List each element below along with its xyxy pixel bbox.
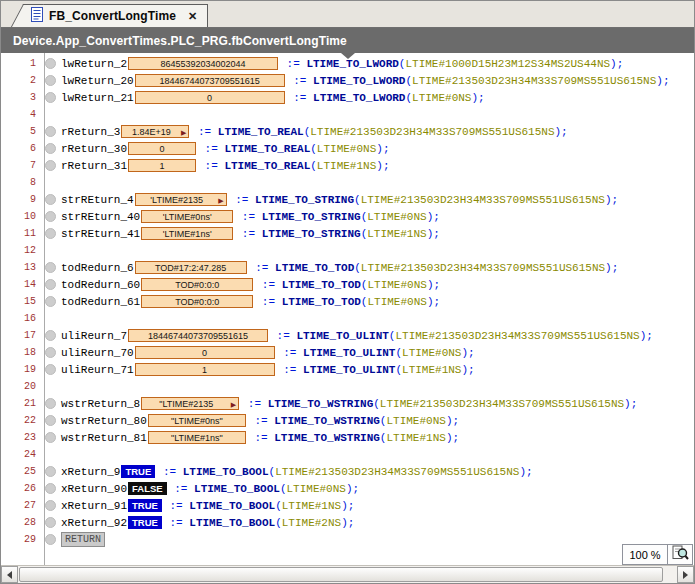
monitor-value: "LTIME#2135 bbox=[159, 399, 221, 409]
code-line[interactable]: 19uliReurn_711 := LTIME_TO_ULINT(LTIME#1… bbox=[1, 361, 694, 378]
breakpoint-margin[interactable] bbox=[40, 262, 61, 273]
breakpoint-margin[interactable] bbox=[40, 500, 61, 511]
breakpoint-margin[interactable] bbox=[40, 92, 61, 103]
function-name: LTIME_TO_LWORD bbox=[313, 92, 405, 104]
line-number: 1 bbox=[1, 58, 40, 69]
code-line[interactable]: 23wstrReturn_81"LTIME#1ns" := LTIME_TO_W… bbox=[1, 429, 694, 446]
breakpoint-margin[interactable] bbox=[40, 296, 61, 307]
breakpoint-margin[interactable] bbox=[40, 58, 61, 69]
zoom-level[interactable]: 100 % bbox=[622, 544, 668, 565]
monitor-value-box[interactable]: 'LTIME#0ns' bbox=[141, 210, 233, 223]
breakpoint-margin[interactable] bbox=[40, 415, 61, 426]
code-line[interactable]: 20 bbox=[1, 378, 694, 395]
monitor-value-box[interactable]: TOD#0:0:0 bbox=[141, 295, 253, 308]
code-line[interactable]: 3lwReturn_210 := LTIME_TO_LWORD(LTIME#0N… bbox=[1, 89, 694, 106]
breakpoint-margin[interactable] bbox=[40, 279, 61, 290]
breakpoint-margin[interactable] bbox=[40, 330, 61, 341]
code-line[interactable]: 29RETURN bbox=[1, 531, 694, 548]
monitor-value-box[interactable]: 'LTIME#1ns' bbox=[141, 227, 233, 240]
breakpoint-margin[interactable] bbox=[40, 194, 61, 205]
close-icon[interactable]: ✕ bbox=[186, 10, 199, 23]
variable-name: uliReurn_71 bbox=[61, 364, 134, 376]
code-line[interactable]: 28xReturn_92TRUE := LTIME_TO_BOOL(LTIME#… bbox=[1, 514, 694, 531]
code-line[interactable]: 15todRedurn_61TOD#0:0:0 := LTIME_TO_TOD(… bbox=[1, 293, 694, 310]
return-marker: RETURN bbox=[61, 532, 105, 547]
expand-icon[interactable]: ▶ bbox=[218, 197, 223, 204]
close-paren: ); bbox=[640, 330, 653, 342]
tab-fb-convertlongtime[interactable]: FB_ConvertLongTime ✕ bbox=[27, 4, 208, 27]
monitor-value-box[interactable]: 18446744073709551615 bbox=[135, 74, 285, 87]
monitor-value-box[interactable]: TOD#0:0:0 bbox=[141, 278, 253, 291]
monitor-value-box[interactable]: "LTIME#0ns" bbox=[148, 414, 246, 427]
variable-name: lwReturn_20 bbox=[61, 75, 134, 87]
scrollbar-thumb[interactable] bbox=[19, 567, 663, 582]
breakpoint-margin[interactable] bbox=[40, 160, 61, 171]
statement: todRedurn_6TOD#17:2:47.285 := LTIME_TO_T… bbox=[61, 261, 618, 274]
code-line[interactable]: 8 bbox=[1, 174, 694, 191]
function-name: LTIME_TO_REAL bbox=[224, 160, 310, 172]
code-line[interactable]: 26xReturn_90FALSE := LTIME_TO_BOOL(LTIME… bbox=[1, 480, 694, 497]
code-line[interactable]: 12 bbox=[1, 242, 694, 259]
close-paren: ); bbox=[427, 296, 440, 308]
expand-icon[interactable]: ▶ bbox=[181, 129, 186, 136]
breakpoint-margin[interactable] bbox=[40, 126, 61, 137]
breakpoint-margin[interactable] bbox=[40, 483, 61, 494]
code-line[interactable]: 10strREturn_40'LTIME#0ns' := LTIME_TO_ST… bbox=[1, 208, 694, 225]
breakpoint-margin[interactable] bbox=[40, 75, 61, 86]
monitor-value-box[interactable]: 18446744073709551615 bbox=[128, 329, 268, 342]
breakpoint-margin[interactable] bbox=[40, 466, 61, 477]
breakpoint-margin[interactable] bbox=[40, 517, 61, 528]
breakpoint-margin[interactable] bbox=[40, 228, 61, 239]
code-line[interactable]: 9strREturn_4'LTIME#2135▶ := LTIME_TO_STR… bbox=[1, 191, 694, 208]
monitor-value-box[interactable]: 86455392034002044 bbox=[128, 57, 278, 70]
bool-value-badge[interactable]: TRUE bbox=[128, 516, 162, 529]
monitor-value-box[interactable]: 0 bbox=[135, 91, 285, 104]
scroll-right-button[interactable] bbox=[677, 566, 694, 583]
monitor-value-box[interactable]: 0 bbox=[128, 142, 196, 155]
code-line[interactable]: 18uliReurn_700 := LTIME_TO_ULINT(LTIME#0… bbox=[1, 344, 694, 361]
monitor-value-box[interactable]: 1 bbox=[135, 363, 275, 376]
breakpoint-margin[interactable] bbox=[40, 364, 61, 375]
code-line[interactable]: 4 bbox=[1, 106, 694, 123]
bool-value-badge[interactable]: FALSE bbox=[128, 482, 167, 495]
horizontal-scrollbar[interactable] bbox=[1, 565, 694, 583]
code-line[interactable]: 6rReturn_300 := LTIME_TO_REAL(LTIME#0NS)… bbox=[1, 140, 694, 157]
code-line[interactable]: 13todRedurn_6TOD#17:2:47.285 := LTIME_TO… bbox=[1, 259, 694, 276]
code-line[interactable]: 2lwReturn_2018446744073709551615 := LTIM… bbox=[1, 72, 694, 89]
function-name: LTIME_TO_TOD bbox=[282, 296, 361, 308]
code-line[interactable]: 14todRedurn_60TOD#0:0:0 := LTIME_TO_TOD(… bbox=[1, 276, 694, 293]
code-line[interactable]: 11strREturn_41'LTIME#1ns' := LTIME_TO_ST… bbox=[1, 225, 694, 242]
breakpoint-margin[interactable] bbox=[40, 432, 61, 443]
code-line[interactable]: 22wstrReturn_80"LTIME#0ns" := LTIME_TO_W… bbox=[1, 412, 694, 429]
statement: xReturn_91TRUE := LTIME_TO_BOOL(LTIME#1N… bbox=[61, 499, 354, 512]
zoom-tool-button[interactable] bbox=[668, 544, 693, 565]
monitor-value-box[interactable]: 0 bbox=[135, 346, 275, 359]
monitor-value-box[interactable]: "LTIME#1ns" bbox=[148, 431, 246, 444]
monitor-value-box[interactable]: "LTIME#2135▶ bbox=[141, 397, 239, 410]
code-line[interactable]: 17uliReurn_718446744073709551615 := LTIM… bbox=[1, 327, 694, 344]
monitor-value-box[interactable]: 'LTIME#2135▶ bbox=[135, 193, 227, 206]
code-editor[interactable]: 1lwReturn_286455392034002044 := LTIME_TO… bbox=[1, 53, 694, 565]
scroll-left-button[interactable] bbox=[1, 566, 18, 583]
monitor-value-box[interactable]: 1.84E+19▶ bbox=[121, 125, 189, 138]
breakpoint-margin[interactable] bbox=[40, 143, 61, 154]
breakpoint-margin[interactable] bbox=[40, 347, 61, 358]
code-line[interactable]: 1lwReturn_286455392034002044 := LTIME_TO… bbox=[1, 55, 694, 72]
code-line[interactable]: 7rReturn_311 := LTIME_TO_REAL(LTIME#1NS)… bbox=[1, 157, 694, 174]
breakpoint-margin[interactable] bbox=[40, 398, 61, 409]
code-line[interactable]: 5rReturn_31.84E+19▶ := LTIME_TO_REAL(LTI… bbox=[1, 123, 694, 140]
breakpoint-margin[interactable] bbox=[40, 211, 61, 222]
expand-icon[interactable]: ▶ bbox=[231, 401, 236, 408]
code-line[interactable]: 24 bbox=[1, 446, 694, 463]
code-line[interactable]: 25xReturn_9TRUE := LTIME_TO_BOOL(LTIME#2… bbox=[1, 463, 694, 480]
code-line[interactable]: 16 bbox=[1, 310, 694, 327]
bool-value-badge[interactable]: TRUE bbox=[128, 499, 162, 512]
scrollbar-track[interactable] bbox=[18, 566, 677, 583]
code-line[interactable]: 21wstrReturn_8"LTIME#2135▶ := LTIME_TO_W… bbox=[1, 395, 694, 412]
monitor-value-box[interactable]: TOD#17:2:47.285 bbox=[135, 261, 247, 274]
code-line[interactable]: 27xReturn_91TRUE := LTIME_TO_BOOL(LTIME#… bbox=[1, 497, 694, 514]
bool-value-badge[interactable]: TRUE bbox=[121, 465, 155, 478]
time-literal: LTIME#213503D23H34M33S709MS551US615NS bbox=[380, 398, 624, 410]
breakpoint-margin[interactable] bbox=[40, 534, 61, 545]
monitor-value-box[interactable]: 1 bbox=[128, 159, 196, 172]
